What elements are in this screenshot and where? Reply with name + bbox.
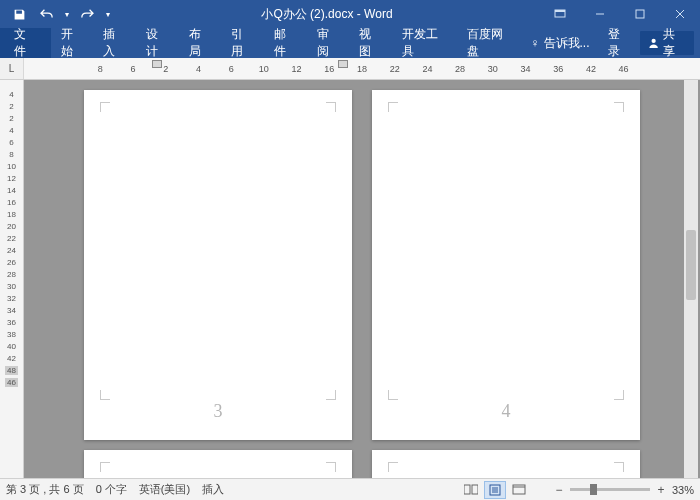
page-5[interactable]: [84, 450, 352, 478]
redo-button[interactable]: [74, 2, 100, 26]
undo-dropdown[interactable]: ▾: [62, 2, 72, 26]
share-icon: [648, 37, 659, 49]
maximize-button[interactable]: [620, 0, 660, 28]
pages-row-1: 3 4: [84, 90, 640, 440]
margin-corner: [388, 102, 398, 112]
view-buttons: [460, 481, 530, 499]
h-ruler-ticks: 8 6 2 4 6 10 12 16 18 22 24 28 30 34 36 …: [84, 58, 640, 79]
horizontal-ruler-area: L 8 6 2 4 6 10 12 16 18 22 24 28 30 34 3…: [0, 58, 700, 80]
tab-review[interactable]: 审阅: [307, 28, 350, 58]
svg-rect-3: [636, 10, 644, 18]
minimize-button[interactable]: [580, 0, 620, 28]
login-button[interactable]: 登录: [598, 26, 641, 60]
tab-developer[interactable]: 开发工具: [392, 28, 457, 58]
margin-corner: [614, 390, 624, 400]
tab-view[interactable]: 视图: [349, 28, 392, 58]
window-controls: [540, 0, 700, 28]
tab-baidu[interactable]: 百度网盘: [457, 28, 522, 58]
margin-corner: [100, 102, 110, 112]
margin-corner: [388, 390, 398, 400]
quick-access-toolbar: ▾ ▾: [0, 2, 114, 26]
pages-row-2: [84, 450, 640, 478]
window-title: 小Q办公 (2).docx - Word: [114, 6, 540, 23]
margin-corner: [100, 390, 110, 400]
page-3[interactable]: 3: [84, 90, 352, 440]
margin-corner: [326, 462, 336, 472]
view-read-mode[interactable]: [460, 481, 482, 499]
ruler-corner[interactable]: L: [0, 58, 24, 79]
vertical-scrollbar[interactable]: [684, 80, 698, 478]
status-language[interactable]: 英语(美国): [139, 482, 190, 497]
title-bar: ▾ ▾ 小Q办公 (2).docx - Word: [0, 0, 700, 28]
margin-corner: [326, 390, 336, 400]
horizontal-ruler[interactable]: 8 6 2 4 6 10 12 16 18 22 24 28 30 34 36 …: [24, 58, 700, 79]
zoom-thumb[interactable]: [590, 484, 597, 495]
page-number: 3: [84, 401, 352, 422]
svg-rect-1: [555, 10, 565, 12]
vertical-ruler[interactable]: 4 2 2 4 6 8 10 12 14 16 18 20 22 24 26 2…: [0, 80, 24, 478]
close-button[interactable]: [660, 0, 700, 28]
svg-rect-8: [472, 485, 478, 494]
tell-me-search[interactable]: ♀ 告诉我...: [523, 35, 598, 52]
tell-me-label: 告诉我...: [544, 35, 590, 52]
page-4[interactable]: 4: [372, 90, 640, 440]
save-button[interactable]: [6, 2, 32, 26]
scrollbar-thumb[interactable]: [686, 230, 696, 300]
undo-button[interactable]: [34, 2, 60, 26]
tab-references[interactable]: 引用: [221, 28, 264, 58]
zoom-slider: − + 33%: [552, 483, 694, 497]
tab-insert[interactable]: 插入: [93, 28, 136, 58]
tab-layout[interactable]: 布局: [179, 28, 222, 58]
margin-corner: [326, 102, 336, 112]
share-button[interactable]: 共享: [640, 31, 694, 55]
page-number: 4: [372, 401, 640, 422]
margin-corner: [614, 462, 624, 472]
tab-design[interactable]: 设计: [136, 28, 179, 58]
svg-point-6: [652, 39, 656, 43]
status-insert-mode[interactable]: 插入: [202, 482, 224, 497]
zoom-in-button[interactable]: +: [654, 483, 668, 497]
zoom-percent[interactable]: 33%: [672, 484, 694, 496]
tab-mailings[interactable]: 邮件: [264, 28, 307, 58]
document-area[interactable]: 3 4: [24, 80, 700, 478]
tab-file[interactable]: 文件: [0, 28, 51, 58]
zoom-track[interactable]: [570, 488, 650, 491]
lightbulb-icon: ♀: [531, 36, 540, 50]
margin-corner: [388, 462, 398, 472]
page-6[interactable]: [372, 450, 640, 478]
svg-rect-13: [513, 485, 525, 494]
status-bar: 第 3 页 , 共 6 页 0 个字 英语(美国) 插入 − + 33%: [0, 478, 700, 500]
margin-corner: [100, 462, 110, 472]
ribbon-display-button[interactable]: [540, 0, 580, 28]
status-page[interactable]: 第 3 页 , 共 6 页: [6, 482, 84, 497]
share-label: 共享: [663, 26, 686, 60]
view-web-layout[interactable]: [508, 481, 530, 499]
zoom-out-button[interactable]: −: [552, 483, 566, 497]
qat-customize[interactable]: ▾: [102, 2, 114, 26]
margin-corner: [614, 102, 624, 112]
view-print-layout[interactable]: [484, 481, 506, 499]
tab-home[interactable]: 开始: [51, 28, 94, 58]
svg-rect-7: [464, 485, 470, 494]
document-workspace: 4 2 2 4 6 8 10 12 14 16 18 20 22 24 26 2…: [0, 80, 700, 478]
status-word-count[interactable]: 0 个字: [96, 482, 127, 497]
ribbon-tabs: 文件 开始 插入 设计 布局 引用 邮件 审阅 视图 开发工具 百度网盘 ♀ 告…: [0, 28, 700, 58]
